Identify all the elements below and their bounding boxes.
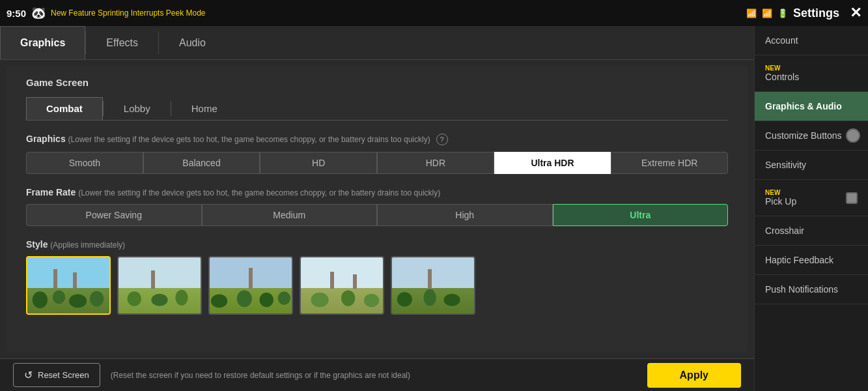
sub-tab-combat[interactable]: Combat — [26, 97, 103, 120]
main-layout: Graphics Effects Audio Game Screen Comba… — [0, 26, 868, 391]
sidebar-item-sensitivity[interactable]: Sensitivity — [755, 151, 868, 180]
graphics-balanced-btn[interactable]: Balanced — [143, 152, 260, 174]
svg-point-11 — [311, 293, 329, 307]
graphics-btn-group: Smooth Balanced HD HDR Ultra HDR — [26, 152, 728, 174]
notification-banner: New Feature Sprinting Interrupts Peek Mo… — [51, 8, 205, 18]
style-thumb-3[interactable] — [208, 256, 293, 315]
sub-tabs-row: Combat Lobby Home — [26, 97, 728, 121]
sidebar-item-customize-buttons[interactable]: Customize Buttons — [755, 121, 868, 151]
svg-point-8 — [237, 290, 252, 307]
framerate-btn-group: Power Saving Medium High Ultra — [26, 204, 728, 226]
graphics-hd-btn[interactable]: HD — [260, 152, 377, 174]
right-sidebar: Account NEW Controls Graphics & Audio Cu… — [754, 26, 868, 391]
graphics-help-icon[interactable]: ? — [436, 134, 448, 145]
sidebar-item-push-notifications[interactable]: Push Notifications — [755, 275, 868, 304]
reset-note: (Reset the screen if you need to restore… — [111, 371, 637, 380]
graphics-extreme-hdr-btn[interactable]: Extreme HDR — [611, 152, 728, 174]
top-bar-right: 📶 📶 🔋 Settings ✕ — [746, 5, 861, 22]
style-section: Style (Applies immediately) — [26, 239, 728, 315]
sidebar-item-crosshair[interactable]: Crosshair — [755, 216, 868, 246]
top-bar-left: 9:50 🐼 New Feature Sprinting Interrupts … — [7, 6, 205, 20]
style-thumb-2[interactable] — [117, 256, 202, 315]
style-thumb-1[interactable] — [26, 256, 111, 315]
svg-point-1 — [53, 290, 65, 304]
tab-graphics[interactable]: Graphics — [0, 26, 85, 59]
framerate-ultra-btn[interactable]: Ultra — [553, 204, 729, 226]
avatar-icon: 🐼 — [31, 6, 46, 20]
svg-point-12 — [341, 290, 355, 306]
customize-buttons-toggle[interactable] — [846, 128, 860, 143]
signal-icon: 📶 — [746, 8, 757, 18]
style-label: Style (Applies immediately) — [26, 239, 728, 250]
game-screen-title: Game Screen — [26, 77, 728, 88]
framerate-high-btn[interactable]: High — [377, 204, 553, 226]
graphics-setting-section: Graphics (Lower the setting if the devic… — [26, 134, 728, 174]
framerate-medium-btn[interactable]: Medium — [202, 204, 378, 226]
svg-point-16 — [443, 293, 460, 306]
time-display: 9:50 — [7, 8, 26, 19]
svg-point-6 — [175, 289, 188, 305]
content-area: Graphics Effects Audio Game Screen Comba… — [0, 26, 754, 391]
svg-point-15 — [423, 289, 436, 306]
svg-point-0 — [33, 291, 48, 308]
graphics-ultra-hdr-btn[interactable]: Ultra HDR — [494, 152, 611, 174]
framerate-label: Frame Rate (Lower the setting if the dev… — [26, 187, 728, 197]
close-button[interactable]: ✕ — [850, 5, 861, 22]
top-bar: 9:50 🐼 New Feature Sprinting Interrupts … — [0, 0, 868, 26]
sub-tab-home[interactable]: Home — [171, 97, 238, 120]
svg-point-9 — [260, 293, 273, 307]
sidebar-item-graphics-audio[interactable]: Graphics & Audio — [755, 92, 868, 121]
tabs-row: Graphics Effects Audio — [0, 26, 754, 60]
sidebar-item-haptic-feedback[interactable]: Haptic Feedback — [755, 246, 868, 275]
bottom-bar: ↺ Reset Screen (Reset the screen if you … — [0, 358, 754, 391]
svg-point-4 — [128, 291, 141, 306]
pick-up-toggle[interactable] — [846, 192, 858, 204]
svg-point-14 — [397, 292, 412, 306]
battery-icon: 🔋 — [777, 8, 788, 18]
svg-point-10 — [278, 291, 290, 305]
graphics-label: Graphics (Lower the setting if the devic… — [26, 134, 728, 145]
framerate-setting-section: Frame Rate (Lower the setting if the dev… — [26, 187, 728, 226]
graphics-smooth-btn[interactable]: Smooth — [26, 152, 143, 174]
reset-icon: ↺ — [24, 369, 33, 381]
framerate-power-saving-btn[interactable]: Power Saving — [26, 204, 202, 226]
reset-screen-button[interactable]: ↺ Reset Screen — [13, 363, 100, 387]
svg-point-2 — [69, 294, 87, 308]
sub-tab-lobby[interactable]: Lobby — [104, 97, 171, 120]
svg-point-5 — [151, 293, 167, 306]
svg-point-13 — [364, 293, 379, 307]
settings-title: Settings — [793, 7, 839, 20]
tab-effects[interactable]: Effects — [86, 26, 158, 59]
settings-panel: Game Screen Combat Lobby Home Graphics — [7, 66, 748, 352]
sidebar-item-pick-up[interactable]: NEW Pick Up — [755, 180, 868, 216]
svg-point-7 — [211, 294, 227, 308]
tab-audio[interactable]: Audio — [159, 26, 226, 59]
apply-button[interactable]: Apply — [647, 363, 741, 388]
wifi-icon: 📶 — [762, 8, 772, 18]
style-thumb-4[interactable] — [300, 256, 384, 315]
svg-point-3 — [90, 291, 104, 306]
style-thumbnails — [26, 256, 728, 315]
sidebar-item-controls[interactable]: NEW Controls — [755, 55, 868, 92]
style-thumb-5[interactable] — [391, 256, 475, 315]
sidebar-item-account[interactable]: Account — [755, 26, 868, 55]
graphics-hdr-btn[interactable]: HDR — [377, 152, 494, 174]
